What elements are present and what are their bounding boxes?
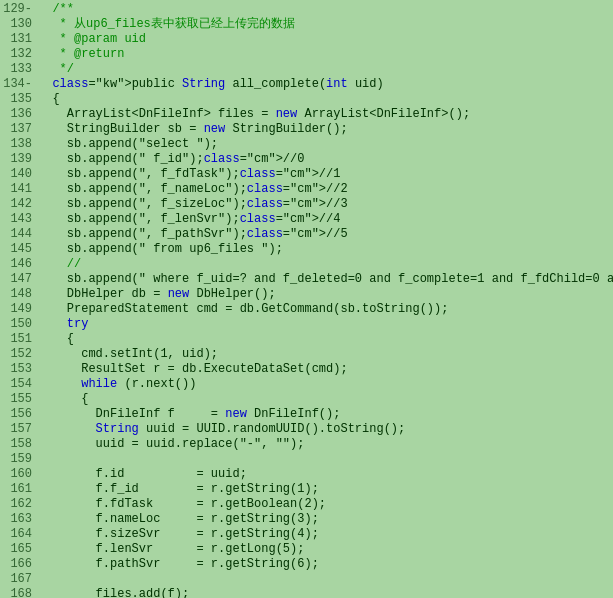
code-line: 166 f.pathSvr = r.getString(6); — [0, 557, 613, 572]
line-content: class="kw">public String all_complete(in… — [38, 77, 613, 92]
line-content: f.sizeSvr = r.getString(4); — [38, 527, 613, 542]
code-line: 165 f.lenSvr = r.getLong(5); — [0, 542, 613, 557]
line-number: 143 — [0, 212, 38, 227]
line-number: 152 — [0, 347, 38, 362]
line-content: f.lenSvr = r.getLong(5); — [38, 542, 613, 557]
line-number: 154 — [0, 377, 38, 392]
line-content: cmd.setInt(1, uid); — [38, 347, 613, 362]
line-content: /** — [38, 2, 613, 17]
line-content: StringBuilder sb = new StringBuilder(); — [38, 122, 613, 137]
line-number: 151 — [0, 332, 38, 347]
line-content: { — [38, 392, 613, 407]
line-content: uuid = uuid.replace("-", ""); — [38, 437, 613, 452]
line-number: 142 — [0, 197, 38, 212]
code-line: 142 sb.append(", f_sizeLoc");class="cm">… — [0, 197, 613, 212]
line-content: f.nameLoc = r.getString(3); — [38, 512, 613, 527]
code-line: 132 * @return — [0, 47, 613, 62]
code-line: 161 f.f_id = r.getString(1); — [0, 482, 613, 497]
line-content: sb.append(", f_fdTask");class="cm">//1 — [38, 167, 613, 182]
line-number: 162 — [0, 497, 38, 512]
line-content: { — [38, 92, 613, 107]
line-number: 132 — [0, 47, 38, 62]
line-content: sb.append(", f_pathSvr");class="cm">//5 — [38, 227, 613, 242]
code-editor: 129- /**130 * 从up6_files表中获取已经上传完的数据131 … — [0, 0, 613, 598]
line-content: sb.append(" where f_uid=? and f_deleted=… — [38, 272, 613, 287]
line-number: 156 — [0, 407, 38, 422]
line-number: 133 — [0, 62, 38, 77]
line-number: 129- — [0, 2, 38, 17]
code-line: 135 { — [0, 92, 613, 107]
code-line: 162 f.fdTask = r.getBoolean(2); — [0, 497, 613, 512]
line-number: 139 — [0, 152, 38, 167]
code-line: 144 sb.append(", f_pathSvr");class="cm">… — [0, 227, 613, 242]
code-line: 129- /** — [0, 2, 613, 17]
code-line: 149 PreparedStatement cmd = db.GetComman… — [0, 302, 613, 317]
line-content: sb.append(", f_nameLoc");class="cm">//2 — [38, 182, 613, 197]
line-number: 148 — [0, 287, 38, 302]
line-content: sb.append(", f_lenSvr");class="cm">//4 — [38, 212, 613, 227]
code-line: 153 ResultSet r = db.ExecuteDataSet(cmd)… — [0, 362, 613, 377]
code-line: 140 sb.append(", f_fdTask");class="cm">/… — [0, 167, 613, 182]
code-line: 158 uuid = uuid.replace("-", ""); — [0, 437, 613, 452]
code-line: 147 sb.append(" where f_uid=? and f_dele… — [0, 272, 613, 287]
code-line: 138 sb.append("select "); — [0, 137, 613, 152]
line-content: f.f_id = r.getString(1); — [38, 482, 613, 497]
line-number: 166 — [0, 557, 38, 572]
code-line: 155 { — [0, 392, 613, 407]
code-line: 150 try — [0, 317, 613, 332]
line-number: 150 — [0, 317, 38, 332]
code-line: 133 */ — [0, 62, 613, 77]
line-content: f.fdTask = r.getBoolean(2); — [38, 497, 613, 512]
line-number: 160 — [0, 467, 38, 482]
line-number: 144 — [0, 227, 38, 242]
code-line: 146 // — [0, 257, 613, 272]
code-line: 159 — [0, 452, 613, 467]
line-number: 137 — [0, 122, 38, 137]
line-content: while (r.next()) — [38, 377, 613, 392]
line-number: 141 — [0, 182, 38, 197]
line-content: sb.append(", f_sizeLoc");class="cm">//3 — [38, 197, 613, 212]
code-line: 152 cmd.setInt(1, uid); — [0, 347, 613, 362]
code-line: 141 sb.append(", f_nameLoc");class="cm">… — [0, 182, 613, 197]
line-number: 157 — [0, 422, 38, 437]
line-number: 164 — [0, 527, 38, 542]
code-line: 134- class="kw">public String all_comple… — [0, 77, 613, 92]
line-number: 159 — [0, 452, 38, 467]
line-number: 131 — [0, 32, 38, 47]
code-line: 156 DnFileInf f = new DnFileInf(); — [0, 407, 613, 422]
code-line: 163 f.nameLoc = r.getString(3); — [0, 512, 613, 527]
code-line: 131 * @param uid — [0, 32, 613, 47]
line-content: // — [38, 257, 613, 272]
line-number: 155 — [0, 392, 38, 407]
line-content: PreparedStatement cmd = db.GetCommand(sb… — [38, 302, 613, 317]
code-line: 157 String uuid = UUID.randomUUID().toSt… — [0, 422, 613, 437]
line-number: 153 — [0, 362, 38, 377]
line-number: 145 — [0, 242, 38, 257]
line-number: 163 — [0, 512, 38, 527]
code-line: 167 — [0, 572, 613, 587]
line-number: 138 — [0, 137, 38, 152]
line-number: 165 — [0, 542, 38, 557]
code-line: 151 { — [0, 332, 613, 347]
line-number: 161 — [0, 482, 38, 497]
line-content: DbHelper db = new DbHelper(); — [38, 287, 613, 302]
line-content: f.pathSvr = r.getString(6); — [38, 557, 613, 572]
line-number: 130 — [0, 17, 38, 32]
line-number: 136 — [0, 107, 38, 122]
line-content: ResultSet r = db.ExecuteDataSet(cmd); — [38, 362, 613, 377]
line-number: 147 — [0, 272, 38, 287]
line-number: 134- — [0, 77, 38, 92]
line-content: sb.append(" f_id");class="cm">//0 — [38, 152, 613, 167]
line-content: try — [38, 317, 613, 332]
code-line: 154 while (r.next()) — [0, 377, 613, 392]
line-content: * @return — [38, 47, 613, 62]
code-line: 139 sb.append(" f_id");class="cm">//0 — [0, 152, 613, 167]
code-line: 145 sb.append(" from up6_files "); — [0, 242, 613, 257]
code-line: 136 ArrayList<DnFileInf> files = new Arr… — [0, 107, 613, 122]
line-content: String uuid = UUID.randomUUID().toString… — [38, 422, 613, 437]
line-number: 167 — [0, 572, 38, 587]
line-number: 135 — [0, 92, 38, 107]
code-line: 143 sb.append(", f_lenSvr");class="cm">/… — [0, 212, 613, 227]
code-line: 160 f.id = uuid; — [0, 467, 613, 482]
code-line: 130 * 从up6_files表中获取已经上传完的数据 — [0, 17, 613, 32]
